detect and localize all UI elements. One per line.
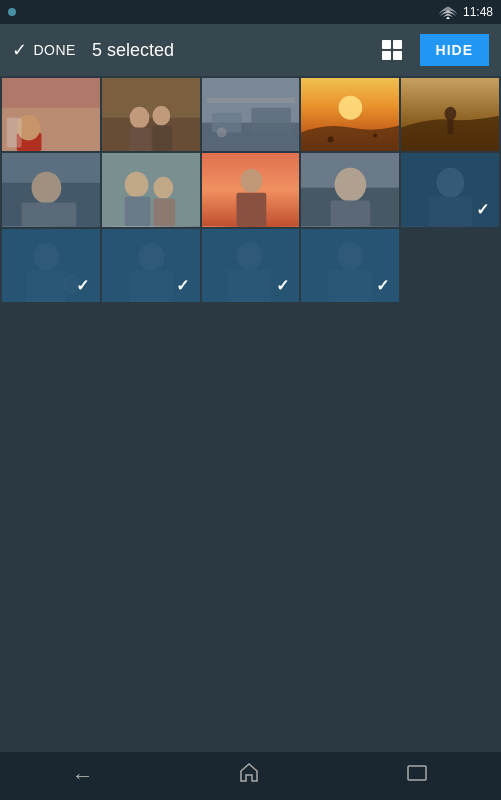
checkmark-14: ✓ bbox=[371, 274, 393, 296]
status-left bbox=[8, 8, 16, 16]
svg-point-11 bbox=[129, 107, 149, 129]
svg-rect-43 bbox=[331, 201, 371, 227]
svg-rect-31 bbox=[22, 203, 77, 227]
photo-1-image bbox=[2, 78, 100, 151]
status-bar: 11:48 bbox=[0, 0, 501, 24]
done-label: DONE bbox=[34, 42, 76, 58]
back-button[interactable]: ← bbox=[72, 763, 94, 789]
photo-cell-12[interactable]: ✓ bbox=[102, 229, 200, 302]
checkmark-icon: ✓ bbox=[12, 39, 28, 61]
photo-6-image bbox=[2, 153, 100, 226]
photo-cell-6[interactable] bbox=[2, 153, 100, 226]
photo-cell-4[interactable] bbox=[301, 78, 399, 151]
checkmark-12: ✓ bbox=[172, 274, 194, 296]
svg-rect-8 bbox=[7, 118, 22, 148]
svg-rect-0 bbox=[382, 40, 391, 49]
svg-rect-1 bbox=[393, 40, 402, 49]
photo-3-image bbox=[202, 78, 300, 151]
photo-7-image bbox=[102, 153, 200, 226]
photo-cell-2[interactable] bbox=[102, 78, 200, 151]
svg-point-23 bbox=[328, 136, 334, 142]
svg-rect-35 bbox=[124, 197, 150, 227]
photo-cell-7[interactable] bbox=[102, 153, 200, 226]
photo-cell-1[interactable] bbox=[2, 78, 100, 151]
svg-rect-61 bbox=[408, 766, 426, 780]
svg-point-38 bbox=[240, 169, 262, 193]
empty-area bbox=[0, 304, 501, 664]
grid-view-button[interactable] bbox=[372, 30, 412, 70]
recents-icon bbox=[405, 761, 429, 785]
svg-point-12 bbox=[152, 106, 170, 126]
photo-cell-5[interactable] bbox=[401, 78, 499, 151]
svg-rect-13 bbox=[129, 128, 151, 152]
toolbar-right: HIDE bbox=[372, 30, 489, 70]
selected-count: 5 selected bbox=[92, 40, 372, 61]
svg-rect-17 bbox=[211, 113, 241, 133]
svg-point-34 bbox=[153, 177, 173, 199]
svg-rect-2 bbox=[382, 51, 391, 60]
photo-cell-11[interactable]: ✓ bbox=[2, 229, 100, 302]
photo-4-image bbox=[301, 78, 399, 151]
photo-cell-9[interactable] bbox=[301, 153, 399, 226]
home-icon bbox=[237, 761, 261, 785]
navigation-bar: ← bbox=[0, 752, 501, 800]
hide-button[interactable]: HIDE bbox=[420, 34, 489, 66]
notification-dot bbox=[8, 8, 16, 16]
photo-cell-3[interactable] bbox=[202, 78, 300, 151]
photo-2-image bbox=[102, 78, 200, 151]
checkmark-11: ✓ bbox=[72, 274, 94, 296]
recents-button[interactable] bbox=[405, 761, 429, 791]
photo-cell-13[interactable]: ✓ bbox=[202, 229, 300, 302]
svg-rect-39 bbox=[236, 193, 266, 227]
toolbar: ✓ DONE 5 selected HIDE bbox=[0, 24, 501, 76]
svg-rect-18 bbox=[251, 108, 291, 133]
grid-icon bbox=[381, 39, 403, 61]
photo-9-image bbox=[301, 153, 399, 226]
svg-point-30 bbox=[32, 172, 62, 204]
svg-point-24 bbox=[374, 134, 378, 138]
svg-rect-32 bbox=[102, 153, 200, 226]
photo-8-image bbox=[202, 153, 300, 226]
photo-cell-10[interactable]: ✓ bbox=[401, 153, 499, 226]
done-button[interactable]: ✓ DONE bbox=[12, 39, 76, 61]
photo-5-image bbox=[401, 78, 499, 151]
checkmark-13: ✓ bbox=[271, 274, 293, 296]
wifi-icon bbox=[439, 6, 457, 19]
svg-point-22 bbox=[339, 96, 363, 120]
svg-rect-36 bbox=[153, 199, 175, 227]
status-right: 11:48 bbox=[439, 5, 493, 19]
checkmark-10: ✓ bbox=[471, 199, 493, 221]
time-display: 11:48 bbox=[463, 5, 493, 19]
photo-grid: ✓ ✓ ✓ bbox=[0, 76, 501, 304]
svg-point-33 bbox=[124, 172, 148, 198]
photo-cell-8[interactable] bbox=[202, 153, 300, 226]
svg-point-20 bbox=[216, 128, 226, 138]
svg-rect-27 bbox=[448, 120, 454, 135]
svg-point-26 bbox=[445, 107, 457, 121]
svg-rect-14 bbox=[152, 126, 172, 152]
home-button[interactable] bbox=[237, 761, 261, 791]
svg-rect-19 bbox=[206, 98, 294, 103]
svg-point-42 bbox=[335, 168, 367, 202]
svg-rect-3 bbox=[393, 51, 402, 60]
photo-cell-14[interactable]: ✓ bbox=[301, 229, 399, 302]
